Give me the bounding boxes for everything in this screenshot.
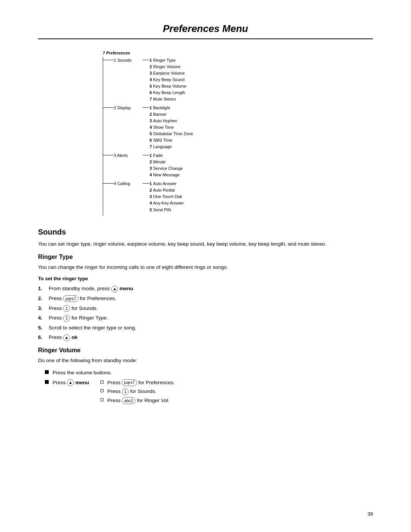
title-divider <box>38 38 373 39</box>
menu-root-label: 7 Preferences <box>103 50 312 56</box>
step-item: 5.Scroll to select the ringer type or so… <box>38 324 373 332</box>
sounds-intro: You can set ringer type, ringer volume, … <box>38 240 373 248</box>
step-item: 6.Press ▲ ok <box>38 333 373 342</box>
page: Preferences Menu 7 Preferences 1 Sounds1… <box>0 0 411 532</box>
sounds-heading: Sounds <box>38 228 373 236</box>
step-item: 1.From standby mode, press ▲ menu <box>38 284 373 293</box>
step-item: 4.Press 1 for Ringer Type. <box>38 314 373 322</box>
menu-diagram: 7 Preferences 1 Sounds1 Ringer Type2 Rin… <box>99 50 312 216</box>
ringer-type-intro: You can change the ringer for incoming c… <box>38 264 373 272</box>
sub-bullet-item: Press abc2 for Ringer Vol. <box>100 396 175 405</box>
page-number: 39 <box>368 511 373 517</box>
bullet-item: Press ▲ menuPress pqrs7 for Preferences.… <box>45 379 373 407</box>
sub-bullet-item: Press pqrs7 for Preferences. <box>100 379 175 387</box>
sub-bullet-item: Press 1 for Sounds. <box>100 387 175 396</box>
ringer-volume-bullets: Press the volume buttons.Press ▲ menuPre… <box>45 369 373 407</box>
step-item: 3.Press 1 for Sounds. <box>38 304 373 313</box>
page-title: Preferences Menu <box>38 23 373 35</box>
bullet-item: Press the volume buttons. <box>45 369 373 377</box>
ringer-volume-heading: Ringer Volume <box>38 347 373 354</box>
step-item: 2.Press pqrs7 for Preferences. <box>38 294 373 303</box>
procedure-heading: To set the ringer type <box>38 276 373 281</box>
ringer-volume-intro: Do one of the following from standby mod… <box>38 357 373 365</box>
ringer-type-steps: 1.From standby mode, press ▲ menu2.Press… <box>38 284 373 342</box>
ringer-type-heading: Ringer Type <box>38 254 373 260</box>
